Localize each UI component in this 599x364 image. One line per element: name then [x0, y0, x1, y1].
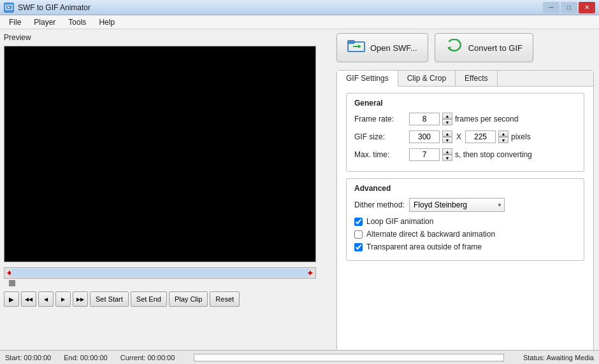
tab-content-gif-settings: General Frame rate: ▲ ▼ frames per secon… — [337, 87, 593, 274]
timeline-marker-right[interactable]: ✦ — [307, 268, 314, 278]
step-forward-button[interactable]: ▶ — [55, 291, 71, 307]
frame-rate-label: Frame rate: — [354, 115, 405, 123]
main-content: Preview ✦ ✦ ▶ ◀◀ ◀ ▶ ▶▶ Set Start Set En… — [0, 29, 599, 364]
max-time-input[interactable] — [409, 148, 440, 161]
close-button[interactable]: ✕ — [579, 2, 595, 13]
size-separator: X — [456, 132, 461, 141]
frame-rate-row: Frame rate: ▲ ▼ frames per second — [354, 113, 576, 125]
menu-help[interactable]: Help — [92, 17, 121, 28]
right-panel: Open SWF... Convert to GIF GIF Settings — [331, 29, 599, 364]
reset-button[interactable]: Reset — [210, 291, 240, 307]
gif-size-height-spinner: ▲ ▼ — [498, 130, 509, 143]
minimize-button[interactable]: ─ — [543, 2, 559, 13]
loop-gif-label: Loop GIF animation — [366, 217, 433, 226]
svg-marker-6 — [358, 45, 361, 48]
timeline-track[interactable]: ✦ ✦ — [4, 267, 316, 279]
transparent-label: Transparent area outside of frame — [366, 242, 482, 251]
frame-rate-unit: frames per second — [455, 115, 518, 123]
menu-player[interactable]: Player — [27, 17, 62, 28]
window-controls: ─ □ ✕ — [543, 2, 595, 13]
timeline-progress — [11, 269, 309, 277]
general-title: General — [354, 99, 576, 108]
fast-forward-button[interactable]: ▶▶ — [73, 291, 88, 307]
frame-rate-down[interactable]: ▼ — [442, 119, 452, 125]
set-start-button[interactable]: Set Start — [90, 291, 129, 307]
convert-to-gif-button[interactable]: Convert to GIF — [435, 33, 533, 62]
alternate-label: Alternate direct & backward animation — [366, 230, 495, 239]
maximize-button[interactable]: □ — [561, 2, 577, 13]
open-swf-label: Open SWF... — [370, 43, 417, 53]
menu-file[interactable]: File — [3, 17, 27, 28]
dither-dropdown[interactable]: None Floyd Steinberg Ordered Random — [409, 198, 505, 212]
rewind-button[interactable]: ◀◀ — [21, 291, 36, 307]
max-time-input-group: ▲ ▼ s, then stop converting — [409, 148, 532, 161]
gif-size-width-input[interactable] — [409, 130, 440, 143]
menu-bar: File Player Tools Help — [0, 15, 599, 29]
max-time-down[interactable]: ▼ — [442, 155, 452, 161]
gif-width-down[interactable]: ▼ — [442, 137, 452, 143]
max-time-label: Max. time: — [354, 150, 405, 159]
max-time-up[interactable]: ▲ — [442, 148, 452, 155]
gif-size-row: GIF size: ▲ ▼ X ▲ ▼ — [354, 130, 576, 143]
gif-width-up[interactable]: ▲ — [442, 130, 452, 137]
play-clip-button[interactable]: Play Clip — [169, 291, 208, 307]
status-current: Current: 00:00:00 — [120, 354, 175, 361]
alternate-row: Alternate direct & backward animation — [354, 230, 576, 239]
advanced-title: Advanced — [354, 184, 576, 193]
open-swf-button[interactable]: Open SWF... — [336, 33, 428, 62]
preview-area — [4, 46, 316, 262]
title-bar: SWF to GIF Animator ─ □ ✕ — [0, 0, 599, 15]
status-message: Status: Awaiting Media — [523, 354, 594, 361]
max-time-row: Max. time: ▲ ▼ s, then stop converting — [354, 148, 576, 161]
preview-label: Preview — [4, 33, 328, 42]
gif-height-up[interactable]: ▲ — [498, 130, 509, 137]
transparent-row: Transparent area outside of frame — [354, 242, 576, 251]
play-button[interactable]: ▶ — [4, 291, 19, 307]
app-icon — [4, 3, 14, 13]
gif-size-label: GIF size: — [354, 132, 405, 141]
open-swf-icon — [347, 39, 365, 57]
gif-height-down[interactable]: ▼ — [498, 137, 509, 143]
alternate-checkbox[interactable] — [354, 230, 363, 239]
status-progress-bar — [194, 354, 504, 361]
advanced-group: Advanced Dither method: None Floyd Stein… — [346, 178, 584, 261]
frame-rate-spinner: ▲ ▼ — [442, 113, 452, 125]
max-time-unit: s, then stop converting — [455, 150, 532, 159]
frame-rate-input-group: ▲ ▼ frames per second — [409, 113, 518, 125]
tab-clip-crop[interactable]: Clip & Crop — [398, 71, 456, 86]
gif-size-unit: pixels — [511, 132, 531, 141]
tabs-container: GIF Settings Clip & Crop Effects General… — [336, 70, 594, 360]
status-end: End: 00:00:00 — [64, 354, 108, 361]
loop-gif-row: Loop GIF animation — [354, 217, 576, 226]
timeline-thumb[interactable] — [9, 280, 15, 286]
dither-dropdown-wrapper: None Floyd Steinberg Ordered Random ▼ — [409, 198, 505, 212]
dither-label: Dither method: — [354, 200, 405, 209]
step-back-button[interactable]: ◀ — [38, 291, 54, 307]
convert-to-gif-label: Convert to GIF — [468, 43, 523, 53]
gif-size-input-group: ▲ ▼ X ▲ ▼ pixels — [409, 130, 531, 143]
tab-gif-settings[interactable]: GIF Settings — [337, 71, 398, 87]
transport-controls: ▶ ◀◀ ◀ ▶ ▶▶ Set Start Set End Play Clip … — [4, 291, 328, 307]
frame-rate-input[interactable] — [409, 113, 440, 125]
status-start: Start: 00:00:00 — [5, 354, 51, 361]
left-panel: Preview ✦ ✦ ▶ ◀◀ ◀ ▶ ▶▶ Set Start Set En… — [0, 29, 331, 364]
convert-icon — [445, 39, 463, 57]
window-title: SWF to GIF Animator — [18, 3, 543, 12]
tab-effects[interactable]: Effects — [456, 71, 497, 86]
timeline-area: ✦ ✦ — [4, 267, 316, 286]
transparent-checkbox[interactable] — [354, 243, 363, 251]
gif-size-height-input[interactable] — [465, 130, 496, 143]
set-end-button[interactable]: Set End — [131, 291, 167, 307]
frame-rate-up[interactable]: ▲ — [442, 113, 452, 119]
menu-tools[interactable]: Tools — [62, 17, 92, 28]
timeline-thumb-row — [4, 280, 316, 286]
max-time-spinner: ▲ ▼ — [442, 148, 452, 161]
tabs-header: GIF Settings Clip & Crop Effects — [337, 71, 593, 87]
loop-gif-checkbox[interactable] — [354, 218, 363, 226]
top-buttons: Open SWF... Convert to GIF — [336, 33, 594, 62]
gif-size-width-spinner: ▲ ▼ — [442, 130, 452, 143]
status-bar: Start: 00:00:00 End: 00:00:00 Current: 0… — [0, 350, 599, 364]
general-group: General Frame rate: ▲ ▼ frames per secon… — [346, 93, 584, 172]
dither-row: Dither method: None Floyd Steinberg Orde… — [354, 198, 576, 212]
